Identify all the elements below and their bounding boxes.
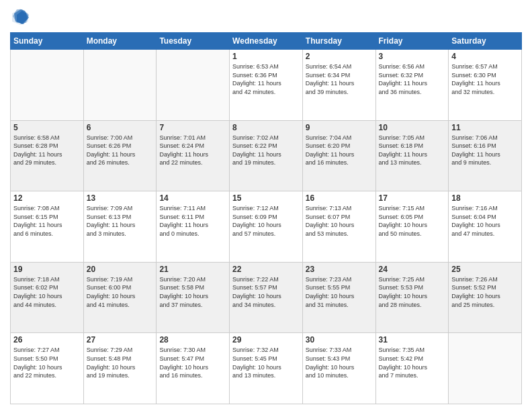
day-info: Sunrise: 7:27 AM Sunset: 5:50 PM Dayligh… (13, 346, 81, 379)
day-number: 25 (451, 265, 519, 274)
day-info: Sunrise: 7:18 AM Sunset: 6:02 PM Dayligh… (13, 275, 81, 309)
calendar-cell: 12Sunrise: 7:08 AM Sunset: 6:15 PM Dayli… (11, 191, 84, 263)
day-info: Sunrise: 7:04 AM Sunset: 6:20 PM Dayligh… (306, 134, 373, 167)
day-number: 5 (13, 123, 81, 132)
day-number: 27 (87, 335, 154, 345)
calendar-cell: 24Sunrise: 7:25 AM Sunset: 5:53 PM Dayli… (375, 262, 449, 333)
day-info: Sunrise: 7:35 AM Sunset: 5:42 PM Dayligh… (379, 346, 446, 379)
weekday-monday: Monday (83, 33, 157, 50)
day-info: Sunrise: 7:01 AM Sunset: 6:24 PM Dayligh… (159, 134, 226, 167)
day-number: 26 (13, 335, 81, 345)
calendar-cell: 14Sunrise: 7:11 AM Sunset: 6:11 PM Dayli… (157, 191, 230, 263)
day-info: Sunrise: 7:06 AM Sunset: 6:16 PM Dayligh… (451, 134, 519, 167)
day-number: 9 (306, 123, 373, 132)
day-number: 13 (87, 193, 154, 203)
day-number: 19 (13, 265, 81, 274)
day-number: 6 (87, 123, 154, 132)
calendar-cell: 10Sunrise: 7:05 AM Sunset: 6:18 PM Dayli… (375, 120, 449, 191)
calendar-cell: 15Sunrise: 7:12 AM Sunset: 6:09 PM Dayli… (230, 191, 303, 263)
day-info: Sunrise: 6:54 AM Sunset: 6:34 PM Dayligh… (306, 62, 373, 96)
calendar-table: SundayMondayTuesdayWednesdayThursdayFrid… (10, 32, 522, 404)
logo (10, 7, 33, 27)
calendar-cell: 23Sunrise: 7:23 AM Sunset: 5:55 PM Dayli… (302, 262, 375, 333)
day-info: Sunrise: 7:00 AM Sunset: 6:26 PM Dayligh… (87, 134, 154, 167)
day-number: 16 (306, 193, 373, 203)
day-number: 8 (232, 123, 300, 132)
day-number: 20 (87, 265, 154, 274)
weekday-saturday: Saturday (449, 33, 522, 50)
day-info: Sunrise: 7:32 AM Sunset: 5:45 PM Dayligh… (232, 346, 300, 379)
day-number: 12 (13, 193, 81, 203)
day-number: 1 (232, 52, 300, 61)
weekday-header-row: SundayMondayTuesdayWednesdayThursdayFrid… (11, 33, 522, 50)
calendar-cell (83, 50, 157, 121)
calendar-cell: 25Sunrise: 7:26 AM Sunset: 5:52 PM Dayli… (449, 262, 522, 333)
week-row-5: 26Sunrise: 7:27 AM Sunset: 5:50 PM Dayli… (11, 333, 522, 404)
day-info: Sunrise: 7:12 AM Sunset: 6:09 PM Dayligh… (232, 204, 300, 238)
calendar-cell: 31Sunrise: 7:35 AM Sunset: 5:42 PM Dayli… (375, 333, 449, 404)
calendar-cell: 19Sunrise: 7:18 AM Sunset: 6:02 PM Dayli… (11, 262, 84, 333)
calendar-cell (11, 50, 84, 121)
day-info: Sunrise: 7:22 AM Sunset: 5:57 PM Dayligh… (232, 275, 300, 309)
header (10, 7, 522, 27)
day-number: 10 (379, 123, 446, 132)
weekday-wednesday: Wednesday (230, 33, 303, 50)
calendar-cell: 16Sunrise: 7:13 AM Sunset: 6:07 PM Dayli… (302, 191, 375, 263)
day-info: Sunrise: 7:20 AM Sunset: 5:58 PM Dayligh… (159, 275, 226, 309)
day-number: 28 (159, 335, 226, 345)
calendar-cell: 1Sunrise: 6:53 AM Sunset: 6:36 PM Daylig… (230, 50, 303, 121)
day-info: Sunrise: 7:13 AM Sunset: 6:07 PM Dayligh… (306, 204, 373, 238)
week-row-1: 1Sunrise: 6:53 AM Sunset: 6:36 PM Daylig… (11, 50, 522, 121)
day-number: 3 (379, 52, 446, 61)
calendar-cell: 17Sunrise: 7:15 AM Sunset: 6:05 PM Dayli… (375, 191, 449, 263)
calendar-cell: 6Sunrise: 7:00 AM Sunset: 6:26 PM Daylig… (83, 120, 157, 191)
calendar-cell (449, 333, 522, 404)
day-number: 17 (379, 193, 446, 203)
weekday-tuesday: Tuesday (157, 33, 230, 50)
calendar-cell: 8Sunrise: 7:02 AM Sunset: 6:22 PM Daylig… (230, 120, 303, 191)
calendar-cell: 7Sunrise: 7:01 AM Sunset: 6:24 PM Daylig… (157, 120, 230, 191)
day-info: Sunrise: 6:58 AM Sunset: 6:28 PM Dayligh… (13, 134, 81, 167)
calendar-cell: 11Sunrise: 7:06 AM Sunset: 6:16 PM Dayli… (449, 120, 522, 191)
weekday-sunday: Sunday (11, 33, 84, 50)
day-info: Sunrise: 6:53 AM Sunset: 6:36 PM Dayligh… (232, 62, 300, 96)
day-info: Sunrise: 6:57 AM Sunset: 6:30 PM Dayligh… (451, 62, 519, 96)
day-info: Sunrise: 7:09 AM Sunset: 6:13 PM Dayligh… (87, 204, 154, 238)
calendar-cell: 30Sunrise: 7:33 AM Sunset: 5:43 PM Dayli… (302, 333, 375, 404)
day-info: Sunrise: 7:33 AM Sunset: 5:43 PM Dayligh… (306, 346, 373, 379)
day-number: 22 (232, 265, 300, 274)
calendar-cell: 26Sunrise: 7:27 AM Sunset: 5:50 PM Dayli… (11, 333, 84, 404)
day-number: 24 (379, 265, 446, 274)
day-number: 18 (451, 193, 519, 203)
day-info: Sunrise: 7:05 AM Sunset: 6:18 PM Dayligh… (379, 134, 446, 167)
day-number: 4 (451, 52, 519, 61)
day-info: Sunrise: 6:56 AM Sunset: 6:32 PM Dayligh… (379, 62, 446, 96)
calendar-cell (157, 50, 230, 121)
day-number: 11 (451, 123, 519, 132)
weekday-friday: Friday (375, 33, 449, 50)
weekday-thursday: Thursday (302, 33, 375, 50)
calendar-cell: 18Sunrise: 7:16 AM Sunset: 6:04 PM Dayli… (449, 191, 522, 263)
day-number: 7 (159, 123, 226, 132)
calendar-cell: 3Sunrise: 6:56 AM Sunset: 6:32 PM Daylig… (375, 50, 449, 121)
calendar-cell: 28Sunrise: 7:30 AM Sunset: 5:47 PM Dayli… (157, 333, 230, 404)
day-number: 14 (159, 193, 226, 203)
day-info: Sunrise: 7:26 AM Sunset: 5:52 PM Dayligh… (451, 275, 519, 309)
day-number: 23 (306, 265, 373, 274)
day-number: 30 (306, 335, 373, 345)
day-number: 31 (379, 335, 446, 345)
day-info: Sunrise: 7:16 AM Sunset: 6:04 PM Dayligh… (451, 204, 519, 238)
day-info: Sunrise: 7:23 AM Sunset: 5:55 PM Dayligh… (306, 275, 373, 309)
day-number: 29 (232, 335, 300, 345)
calendar-cell: 29Sunrise: 7:32 AM Sunset: 5:45 PM Dayli… (230, 333, 303, 404)
day-number: 21 (159, 265, 226, 274)
calendar-cell: 22Sunrise: 7:22 AM Sunset: 5:57 PM Dayli… (230, 262, 303, 333)
day-info: Sunrise: 7:19 AM Sunset: 6:00 PM Dayligh… (87, 275, 154, 309)
week-row-2: 5Sunrise: 6:58 AM Sunset: 6:28 PM Daylig… (11, 120, 522, 191)
day-info: Sunrise: 7:02 AM Sunset: 6:22 PM Dayligh… (232, 134, 300, 167)
day-info: Sunrise: 7:25 AM Sunset: 5:53 PM Dayligh… (379, 275, 446, 309)
page: SundayMondayTuesdayWednesdayThursdayFrid… (0, 0, 532, 411)
day-info: Sunrise: 7:08 AM Sunset: 6:15 PM Dayligh… (13, 204, 81, 238)
day-number: 15 (232, 193, 300, 203)
week-row-3: 12Sunrise: 7:08 AM Sunset: 6:15 PM Dayli… (11, 191, 522, 263)
